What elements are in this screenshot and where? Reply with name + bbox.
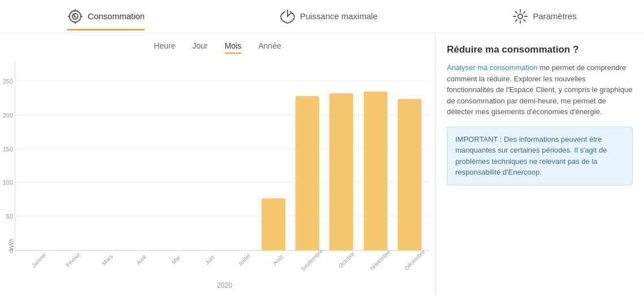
chart-container: kWh 0 50 100 — [6, 61, 429, 289]
nav-puissance-label: Puissance maximale — [300, 11, 378, 21]
chart-area: kWh 0 50 100 — [6, 61, 429, 251]
bar-group-février — [52, 61, 86, 250]
bar-group-novembre — [359, 61, 393, 250]
y-tick-0: 0 — [10, 247, 13, 254]
tab-mois[interactable]: Mois — [225, 41, 242, 53]
x-tick-avril: Avril — [127, 246, 167, 286]
tab-annee[interactable]: Année — [258, 41, 281, 53]
y-tick-100: 100 — [3, 179, 13, 186]
tab-jour[interactable]: Jour — [192, 41, 207, 53]
y-tick-150: 150 — [3, 146, 13, 153]
nav-puissance[interactable]: Puissance maximale — [280, 8, 378, 30]
x-tick-février: Février — [59, 246, 99, 286]
chart-inner: 0 50 100 150 — [15, 61, 429, 251]
bar-group-juillet — [223, 61, 256, 250]
panel-text: Analyser ma consommation me permet de co… — [447, 62, 633, 118]
parametres-icon — [512, 8, 528, 24]
consommation-icon — [67, 8, 83, 24]
nav-consommation-label: Consommation — [88, 11, 145, 21]
bar-group-juin — [188, 61, 222, 250]
bar-octobre — [329, 93, 353, 250]
x-tick-mai: Mai — [162, 246, 202, 286]
bar-group-avril — [120, 61, 154, 250]
time-tabs: Heure Jour Mois Année — [6, 41, 429, 53]
chart-year: 2020 — [6, 281, 429, 289]
x-tick-août: Août — [264, 246, 304, 286]
bar-group-août — [256, 61, 290, 250]
info-box: IMPORTANT : Des informations peuvent êtr… — [447, 127, 633, 185]
nav-parametres-label: Paramètres — [533, 11, 577, 21]
svg-point-6 — [518, 14, 523, 19]
bar-group-décembre — [393, 61, 427, 250]
panel-link[interactable]: Analyser ma consommation — [447, 63, 537, 72]
x-tick-septembre: Septembre — [298, 246, 338, 286]
x-tick-janvier: Janvier — [25, 246, 65, 286]
nav-consommation[interactable]: Consommation — [67, 8, 145, 30]
x-tick-juin: Juin — [195, 246, 236, 286]
x-tick-juillet: Juillet — [229, 246, 269, 286]
main-content: Heure Jour Mois Année kWh 0 — [0, 33, 644, 295]
info-text: IMPORTANT : Des informations peuvent êtr… — [455, 135, 607, 177]
bar-group-septembre — [290, 61, 324, 250]
top-navigation: Consommation Puissance maximale Paramètr… — [0, 0, 644, 33]
bar-group-mars — [86, 61, 120, 250]
nav-parametres[interactable]: Paramètres — [512, 8, 577, 30]
x-tick-novembre: Novembre — [366, 246, 406, 286]
bar-group-janvier — [18, 61, 52, 250]
panel-title: Réduire ma consommation ? — [447, 44, 633, 55]
y-tick-250: 250 — [3, 78, 13, 85]
chart-section: Heure Jour Mois Année kWh 0 — [0, 33, 435, 295]
puissance-icon — [280, 8, 295, 24]
y-tick-200: 200 — [3, 112, 13, 119]
bar-group-octobre — [324, 61, 358, 250]
bar-group-mai — [154, 61, 188, 250]
y-axis-label: kWh — [6, 55, 15, 251]
y-tick-50: 50 — [6, 213, 13, 220]
bars-area — [15, 61, 429, 250]
bar-août — [262, 198, 285, 250]
bar-novembre — [364, 92, 388, 250]
x-tick-octobre: Octobre — [332, 246, 372, 286]
x-tick-mars: Mars — [93, 246, 133, 286]
x-tick-décembre: Décembre — [400, 246, 440, 286]
bar-décembre — [398, 99, 421, 250]
x-axis: JanvierFévrierMarsAvrilMaiJuinJuilletAoû… — [6, 253, 429, 280]
bar-septembre — [295, 96, 319, 250]
right-panel: Réduire ma consommation ? Analyser ma co… — [435, 33, 644, 295]
tab-heure[interactable]: Heure — [154, 41, 175, 53]
